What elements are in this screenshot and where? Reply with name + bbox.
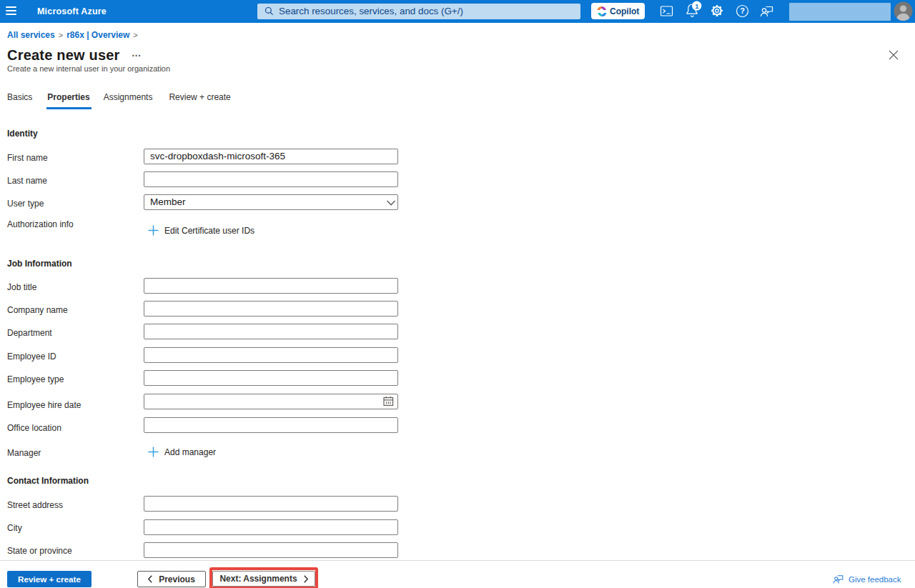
svg-text:?: ? bbox=[740, 6, 745, 15]
svg-text:1: 1 bbox=[695, 2, 699, 10]
